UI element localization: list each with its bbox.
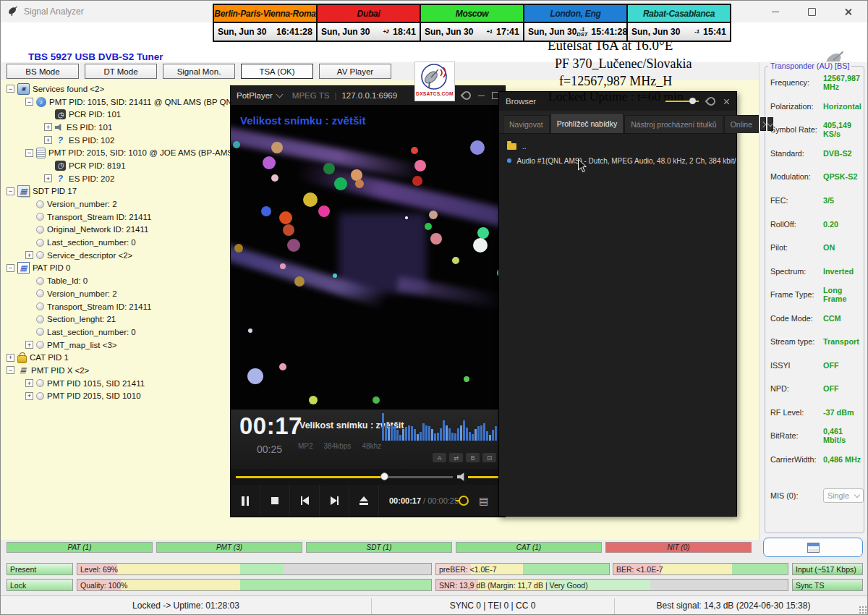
ts-tables-button[interactable] <box>763 538 863 557</box>
tree-item[interactable]: +?ES PID: 202 <box>5 172 229 185</box>
spectrum-bar <box>472 434 474 441</box>
input-rate-indicator: Input (~517 Kbps) <box>792 563 863 575</box>
tree-item[interactable]: Section_lenght: 21 <box>5 313 229 326</box>
tree-item[interactable]: −▣Services found <2> <box>5 82 229 96</box>
tree-item[interactable]: +?ES PID: 102 <box>5 134 229 147</box>
browser-pin-icon[interactable] <box>705 96 718 108</box>
tree-item[interactable]: Last_section_number: 0 <box>5 236 229 249</box>
tree-item[interactable]: +ES PID: 101 <box>5 121 229 134</box>
tree-expander[interactable]: − <box>7 187 14 195</box>
tree-item[interactable]: ◷PCR PID: 101 <box>5 108 229 121</box>
player-quick-button[interactable]: A <box>433 453 446 462</box>
sync-ts-label: Sync TS <box>796 581 825 590</box>
tree-expander[interactable]: − <box>25 149 33 157</box>
resize-grip[interactable] <box>859 606 867 614</box>
tree-item[interactable]: Version_number: 2 <box>5 198 229 211</box>
transponder-row-value: QPSK-S2 <box>823 172 857 181</box>
tree-item[interactable]: Last_section_number: 0 <box>5 326 229 339</box>
seek-bar[interactable] <box>236 476 453 478</box>
transponder-row: NPD:OFF <box>770 377 864 401</box>
tab-bs-mode[interactable]: BS Mode <box>7 64 79 79</box>
browser-dropdown-button[interactable] <box>767 117 773 131</box>
tree-expander[interactable]: + <box>25 392 33 400</box>
tree-expander[interactable]: + <box>25 379 33 387</box>
audio-track-item[interactable]: Audio #1(QNL AMS) - Dutch, MPEG Audio, 4… <box>499 153 736 168</box>
player-minimize-icon[interactable] <box>478 96 485 96</box>
ts-table-cat: CAT (1) <box>456 542 602 553</box>
tree-item[interactable]: ◷PCR PID: 8191 <box>5 159 229 172</box>
tree-expander[interactable]: − <box>7 264 14 272</box>
tab-tsa-ok-[interactable]: TSA (OK) <box>241 64 313 79</box>
tree-item[interactable]: +PMT_map_list <3> <box>5 339 229 352</box>
tree-item[interactable]: Transport_Stream ID: 21411 <box>5 211 229 224</box>
seek-handle[interactable] <box>380 472 388 480</box>
spectrum-bar <box>440 428 442 441</box>
tree-item[interactable]: −≣PMT PID X <2> <box>5 364 229 377</box>
pause-button[interactable] <box>231 485 260 517</box>
pin-icon[interactable] <box>461 90 473 102</box>
tree-item[interactable]: +CAT PID 1 <box>5 351 229 364</box>
video-area[interactable]: Velikost snímku : zvětšit <box>231 105 505 410</box>
input-rate-label: Input (~517 Kbps) <box>796 565 856 574</box>
tree-item[interactable]: Table_Id: 0 <box>5 274 229 287</box>
maximize-button[interactable] <box>802 4 821 20</box>
tree-item[interactable]: Original_Network ID: 21411 <box>5 224 229 237</box>
tree-item[interactable]: −▦PAT PID 0 <box>5 262 229 275</box>
eject-button[interactable] <box>349 485 379 517</box>
browser-tab-1[interactable]: Navigovat <box>503 115 550 133</box>
tree-item[interactable]: +PMT PID 1015, SID 21411 <box>5 377 229 390</box>
tree-item[interactable]: +PMT PID 2015, SID 1010 <box>5 390 229 403</box>
tab-av-player[interactable]: AV Player <box>319 64 391 79</box>
parent-folder-item[interactable]: .. <box>499 139 736 153</box>
minimize-button[interactable] <box>766 4 785 20</box>
tree-expander[interactable]: + <box>44 123 52 131</box>
tree-expander[interactable]: − <box>7 85 14 93</box>
bullet-icon <box>36 226 44 234</box>
player-quick-button[interactable]: ⇄ <box>449 453 463 462</box>
stop-button[interactable] <box>260 485 290 517</box>
tab-signal-mon-[interactable]: Signal Mon. <box>163 64 235 79</box>
close-button[interactable] <box>838 4 857 20</box>
quality-bar: Quality: 100% <box>77 579 432 591</box>
tab-dt-mode[interactable]: DT Mode <box>85 64 157 79</box>
browser-tab-2[interactable]: Prohlížeč nabídky <box>550 113 624 133</box>
tree-expander[interactable]: + <box>44 174 52 182</box>
browser-tab-4[interactable]: Online <box>724 115 759 133</box>
ts-table-nit: NIT (0) <box>605 542 752 553</box>
tree-item[interactable]: Transport_Stream ID: 21411 <box>5 300 229 313</box>
playlist-search-icon[interactable] <box>459 496 469 506</box>
player-quick-button[interactable]: ⊡ <box>482 453 496 462</box>
potplayer-titlebar[interactable]: PotPlayer MPEG TS | 127.0.0.1:6969 <box>231 86 505 105</box>
browser-tab-3[interactable]: Nástroj procházení titulků <box>624 115 723 133</box>
browser-close-icon[interactable] <box>723 98 730 105</box>
potplayer-app-name[interactable]: PotPlayer <box>237 91 273 100</box>
volume-slider[interactable] <box>468 476 500 478</box>
mis-select[interactable]: Single <box>823 488 864 503</box>
tree-item[interactable]: −PMT PID: 2015, SID: 1010 @ JOE AMS (BP-… <box>5 146 229 159</box>
tree-expander[interactable]: + <box>25 251 33 259</box>
transponder-row-label: Frame Type: <box>770 290 823 299</box>
bullet-icon <box>36 200 44 208</box>
bokeh-dot <box>412 176 422 186</box>
browser-tab-label: Prohlížeč nabídky <box>557 119 617 128</box>
tree-expander[interactable]: − <box>7 366 14 374</box>
previous-button[interactable] <box>290 485 320 517</box>
tree-item[interactable]: Version_number: 2 <box>5 287 229 300</box>
player-quick-button[interactable]: B <box>466 453 480 462</box>
tree-item[interactable]: −▦SDT PID 17 <box>5 185 229 198</box>
tree-item[interactable]: +Service_descriptor <2> <box>5 249 229 262</box>
spectrum-bar <box>489 435 491 441</box>
tree-expander[interactable]: + <box>25 341 33 349</box>
dxsatcs-logo: DXSATCS.COM <box>414 62 455 101</box>
volume-icon[interactable] <box>457 472 466 481</box>
next-button[interactable] <box>320 485 349 517</box>
tree-item[interactable]: −♪PMT PID: 1015, SID: 21411 @ QNL AMS (B… <box>5 96 229 109</box>
browser-next-button[interactable] <box>760 117 766 131</box>
playlist-icon[interactable]: ▤ <box>479 496 488 506</box>
tree-expander[interactable]: + <box>44 136 52 144</box>
stream-source-url: 127.0.0.1:6969 <box>341 91 397 100</box>
bullet-icon <box>36 302 44 310</box>
tree-expander[interactable]: + <box>7 354 14 362</box>
tree-expander[interactable]: − <box>25 98 33 106</box>
ts-table-pat: PAT (1) <box>7 542 153 553</box>
